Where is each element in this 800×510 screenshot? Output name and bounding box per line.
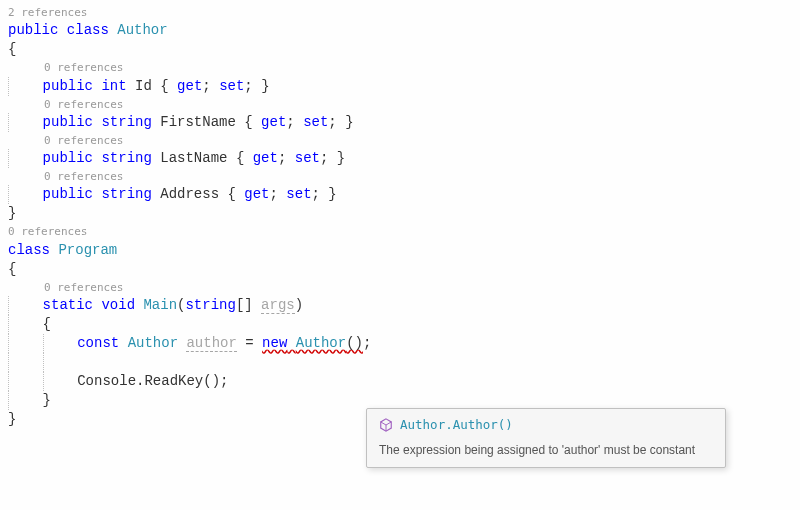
code-line[interactable] xyxy=(8,353,792,372)
tooltip-signature-line: Author.Author() xyxy=(379,417,713,433)
console-call: Console xyxy=(77,373,136,389)
keyword-class: class xyxy=(67,22,109,38)
keyword-const: const xyxy=(77,335,119,351)
code-editor[interactable]: 2 references public class Author { 0 ref… xyxy=(8,6,792,429)
method-icon xyxy=(379,418,393,432)
code-line[interactable]: public string LastName { get; set; } xyxy=(8,149,792,168)
method-name: Main xyxy=(143,297,177,313)
codelens[interactable]: 0 references xyxy=(8,134,792,148)
codelens[interactable]: 2 references xyxy=(8,6,792,20)
code-line[interactable]: public int Id { get; set; } xyxy=(8,77,792,96)
brace-close: } xyxy=(8,205,16,221)
tooltip-signature: Author.Author() xyxy=(400,417,513,433)
class-name: Program xyxy=(58,242,117,258)
error-expression: Author xyxy=(296,335,346,351)
tooltip-message: The expression being assigned to 'author… xyxy=(379,443,713,459)
keyword-string: string xyxy=(101,114,151,130)
keyword-int: int xyxy=(101,78,126,94)
keyword-new: new xyxy=(262,335,287,351)
code-line[interactable]: Console.ReadKey(); xyxy=(8,372,792,391)
property-name: LastName xyxy=(160,150,227,166)
code-line[interactable]: public string Address { get; set; } xyxy=(8,185,792,204)
class-name: Author xyxy=(117,22,167,38)
code-line[interactable]: { xyxy=(8,40,792,59)
code-line[interactable]: } xyxy=(8,204,792,223)
property-name: Address xyxy=(160,186,219,202)
code-line[interactable]: public string FirstName { get; set; } xyxy=(8,113,792,132)
code-line[interactable]: { xyxy=(8,260,792,279)
codelens[interactable]: 0 references xyxy=(8,61,792,75)
keyword-public: public xyxy=(8,22,58,38)
codelens[interactable]: 0 references xyxy=(8,225,792,239)
codelens[interactable]: 0 references xyxy=(8,281,792,295)
property-name: Id xyxy=(135,78,152,94)
param-args: args xyxy=(261,297,295,314)
code-line[interactable]: class Program xyxy=(8,241,792,260)
property-name: FirstName xyxy=(160,114,236,130)
codelens[interactable]: 0 references xyxy=(8,170,792,184)
code-line[interactable]: public class Author xyxy=(8,21,792,40)
keyword-void: void xyxy=(101,297,135,313)
keyword-static: static xyxy=(43,297,93,313)
variable-author: author xyxy=(186,335,236,352)
code-line[interactable]: { xyxy=(8,315,792,334)
code-line[interactable]: const Author author = new Author(); xyxy=(8,334,792,353)
code-line[interactable]: static void Main(string[] args) xyxy=(8,296,792,315)
brace-open: { xyxy=(8,41,16,57)
error-tooltip: Author.Author() The expression being ass… xyxy=(366,408,726,468)
codelens[interactable]: 0 references xyxy=(8,98,792,112)
